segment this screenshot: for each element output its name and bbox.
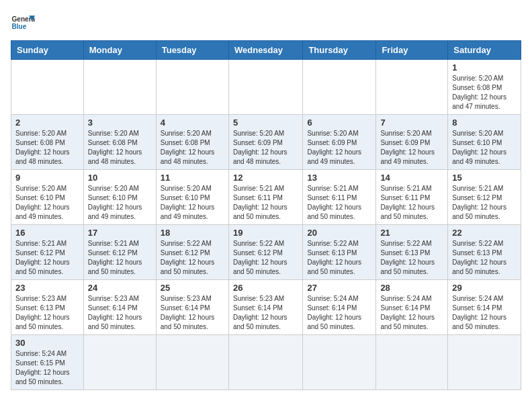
calendar-header-wednesday: Wednesday: [228, 41, 302, 60]
calendar-week-row: 16Sunrise: 5:21 AM Sunset: 6:12 PM Dayli…: [11, 225, 521, 280]
day-info: Sunrise: 5:20 AM Sunset: 6:10 PM Dayligh…: [452, 129, 517, 167]
day-number: 12: [233, 173, 298, 183]
day-number: 2: [15, 118, 79, 128]
day-number: 16: [15, 228, 79, 238]
calendar-cell: [303, 60, 376, 115]
day-info: Sunrise: 5:21 AM Sunset: 6:11 PM Dayligh…: [307, 184, 371, 222]
calendar-cell: 17Sunrise: 5:21 AM Sunset: 6:12 PM Dayli…: [83, 225, 156, 280]
calendar-cell: 24Sunrise: 5:23 AM Sunset: 6:14 PM Dayli…: [83, 280, 156, 335]
calendar-header-sunday: Sunday: [11, 41, 84, 60]
calendar-cell: 22Sunrise: 5:22 AM Sunset: 6:13 PM Dayli…: [448, 225, 521, 280]
day-info: Sunrise: 5:20 AM Sunset: 6:09 PM Dayligh…: [380, 129, 443, 167]
calendar-cell: 12Sunrise: 5:21 AM Sunset: 6:11 PM Dayli…: [228, 170, 302, 225]
day-number: 28: [380, 283, 443, 293]
day-number: 5: [233, 118, 298, 128]
calendar-cell: 30Sunrise: 5:24 AM Sunset: 6:15 PM Dayli…: [11, 335, 84, 390]
day-info: Sunrise: 5:22 AM Sunset: 6:12 PM Dayligh…: [161, 239, 224, 277]
calendar-cell: [156, 335, 228, 390]
calendar-cell: 5Sunrise: 5:20 AM Sunset: 6:09 PM Daylig…: [228, 115, 302, 170]
calendar-cell: [11, 60, 84, 115]
day-info: Sunrise: 5:21 AM Sunset: 6:12 PM Dayligh…: [15, 239, 79, 277]
calendar-week-row: 9Sunrise: 5:20 AM Sunset: 6:10 PM Daylig…: [11, 170, 521, 225]
day-number: 1: [452, 62, 517, 73]
day-info: Sunrise: 5:20 AM Sunset: 6:09 PM Dayligh…: [233, 129, 298, 167]
calendar-cell: 3Sunrise: 5:20 AM Sunset: 6:08 PM Daylig…: [83, 115, 156, 170]
calendar-header-thursday: Thursday: [303, 41, 376, 60]
calendar-header-monday: Monday: [83, 41, 156, 60]
calendar-cell: 7Sunrise: 5:20 AM Sunset: 6:09 PM Daylig…: [376, 115, 448, 170]
logo: General Blue: [11, 11, 35, 35]
day-info: Sunrise: 5:20 AM Sunset: 6:08 PM Dayligh…: [452, 74, 517, 111]
day-number: 18: [161, 228, 224, 238]
calendar-cell: 25Sunrise: 5:23 AM Sunset: 6:14 PM Dayli…: [156, 280, 228, 335]
calendar-cell: [156, 60, 228, 115]
calendar-cell: [303, 335, 376, 390]
day-number: 4: [161, 118, 224, 128]
day-number: 11: [161, 173, 224, 183]
calendar-cell: [376, 60, 448, 115]
calendar-cell: [83, 335, 156, 390]
calendar-cell: [83, 60, 156, 115]
day-info: Sunrise: 5:21 AM Sunset: 6:11 PM Dayligh…: [233, 184, 298, 222]
day-number: 29: [452, 283, 517, 293]
day-info: Sunrise: 5:23 AM Sunset: 6:14 PM Dayligh…: [233, 294, 298, 332]
day-number: 24: [88, 283, 152, 293]
svg-text:Blue: Blue: [11, 23, 26, 30]
day-number: 14: [380, 173, 443, 183]
calendar-cell: 13Sunrise: 5:21 AM Sunset: 6:11 PM Dayli…: [303, 170, 376, 225]
calendar-cell: 15Sunrise: 5:21 AM Sunset: 6:12 PM Dayli…: [448, 170, 521, 225]
day-info: Sunrise: 5:20 AM Sunset: 6:10 PM Dayligh…: [88, 184, 152, 222]
calendar-cell: 28Sunrise: 5:24 AM Sunset: 6:14 PM Dayli…: [376, 280, 448, 335]
calendar-cell: 18Sunrise: 5:22 AM Sunset: 6:12 PM Dayli…: [156, 225, 228, 280]
day-number: 19: [233, 228, 298, 238]
day-info: Sunrise: 5:20 AM Sunset: 6:10 PM Dayligh…: [15, 184, 79, 222]
day-info: Sunrise: 5:24 AM Sunset: 6:14 PM Dayligh…: [307, 294, 371, 332]
calendar-cell: 14Sunrise: 5:21 AM Sunset: 6:11 PM Dayli…: [376, 170, 448, 225]
day-number: 25: [161, 283, 224, 293]
calendar-cell: [448, 335, 521, 390]
calendar-cell: 6Sunrise: 5:20 AM Sunset: 6:09 PM Daylig…: [303, 115, 376, 170]
day-number: 21: [380, 228, 443, 238]
day-number: 30: [15, 338, 79, 348]
day-info: Sunrise: 5:23 AM Sunset: 6:14 PM Dayligh…: [88, 294, 152, 332]
day-number: 17: [88, 228, 152, 238]
day-info: Sunrise: 5:21 AM Sunset: 6:11 PM Dayligh…: [380, 184, 443, 222]
day-number: 22: [452, 228, 517, 238]
calendar-cell: 21Sunrise: 5:22 AM Sunset: 6:13 PM Dayli…: [376, 225, 448, 280]
day-number: 15: [452, 173, 517, 183]
day-number: 9: [15, 173, 79, 183]
day-number: 23: [15, 283, 79, 293]
calendar-table: SundayMondayTuesdayWednesdayThursdayFrid…: [11, 40, 521, 390]
calendar-week-row: 30Sunrise: 5:24 AM Sunset: 6:15 PM Dayli…: [11, 335, 521, 390]
calendar-cell: 4Sunrise: 5:20 AM Sunset: 6:08 PM Daylig…: [156, 115, 228, 170]
day-info: Sunrise: 5:23 AM Sunset: 6:13 PM Dayligh…: [15, 294, 79, 332]
calendar-week-row: 2Sunrise: 5:20 AM Sunset: 6:08 PM Daylig…: [11, 115, 521, 170]
day-info: Sunrise: 5:24 AM Sunset: 6:14 PM Dayligh…: [452, 294, 517, 332]
calendar-cell: 26Sunrise: 5:23 AM Sunset: 6:14 PM Dayli…: [228, 280, 302, 335]
day-info: Sunrise: 5:22 AM Sunset: 6:13 PM Dayligh…: [452, 239, 517, 277]
day-info: Sunrise: 5:24 AM Sunset: 6:15 PM Dayligh…: [15, 349, 79, 387]
day-info: Sunrise: 5:20 AM Sunset: 6:08 PM Dayligh…: [161, 129, 224, 167]
calendar-cell: 27Sunrise: 5:24 AM Sunset: 6:14 PM Dayli…: [303, 280, 376, 335]
calendar-header-tuesday: Tuesday: [156, 41, 228, 60]
calendar-week-row: 1Sunrise: 5:20 AM Sunset: 6:08 PM Daylig…: [11, 60, 521, 115]
day-info: Sunrise: 5:20 AM Sunset: 6:08 PM Dayligh…: [88, 129, 152, 167]
calendar-cell: 19Sunrise: 5:22 AM Sunset: 6:12 PM Dayli…: [228, 225, 302, 280]
day-number: 13: [307, 173, 371, 183]
day-info: Sunrise: 5:21 AM Sunset: 6:12 PM Dayligh…: [452, 184, 517, 222]
day-number: 27: [307, 283, 371, 293]
day-number: 10: [88, 173, 152, 183]
day-info: Sunrise: 5:21 AM Sunset: 6:12 PM Dayligh…: [88, 239, 152, 277]
calendar-cell: 1Sunrise: 5:20 AM Sunset: 6:08 PM Daylig…: [448, 60, 521, 115]
day-number: 3: [88, 118, 152, 128]
logo-icon: General Blue: [11, 11, 35, 35]
day-info: Sunrise: 5:20 AM Sunset: 6:08 PM Dayligh…: [15, 129, 79, 167]
day-number: 20: [307, 228, 371, 238]
calendar-cell: [228, 335, 302, 390]
calendar-header-friday: Friday: [376, 41, 448, 60]
calendar-week-row: 23Sunrise: 5:23 AM Sunset: 6:13 PM Dayli…: [11, 280, 521, 335]
header: General Blue: [11, 11, 521, 35]
day-number: 8: [452, 118, 517, 128]
day-info: Sunrise: 5:23 AM Sunset: 6:14 PM Dayligh…: [161, 294, 224, 332]
calendar-cell: 29Sunrise: 5:24 AM Sunset: 6:14 PM Dayli…: [448, 280, 521, 335]
